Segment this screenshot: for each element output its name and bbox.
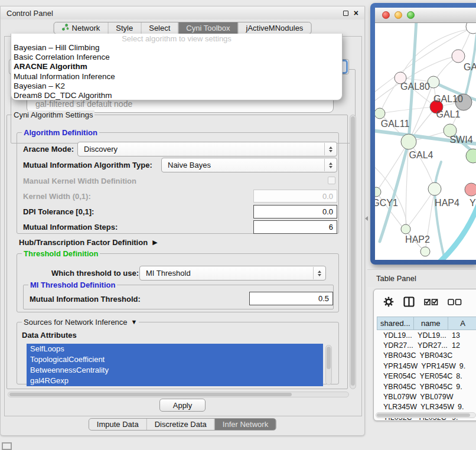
table-row[interactable]: YDR27...YDR27...12 [377,340,476,350]
dropdown-item-basic-correlation-inference[interactable]: Basic Correlation Inference [11,53,342,62]
network-node[interactable] [401,224,410,234]
dropdown-item-aracne-algorithm[interactable]: ARACNE Algorithm [11,62,342,71]
node-label-hap4: HAP4 [435,198,459,208]
tab-network[interactable]: Network [54,22,108,34]
network-node[interactable] [428,182,441,195]
tab-cyni-toolbox[interactable]: Cyni Toolbox [178,22,237,34]
network-node[interactable] [465,183,476,196]
scrollbar-thumb[interactable] [327,347,331,369]
clear-checkboxes-icon[interactable] [448,298,462,306]
table-cell[interactable]: 9. [456,362,476,370]
tab-infer-network[interactable]: Infer Network [214,419,276,430]
which-threshold-combo[interactable]: MI Threshold [139,266,326,281]
table-cell[interactable]: 8. [452,372,476,380]
table-cell[interactable]: YBR045C [377,383,416,391]
attribute-item-betweennesscentrality[interactable]: BetweennessCentrality [27,365,323,376]
network-node[interactable] [466,149,476,163]
float-window-icon[interactable] [343,11,348,16]
mi-type-combo[interactable]: Naive Bayes [161,158,337,172]
dropdown-item-bayesian-k2[interactable]: Bayesian – K2 [11,81,342,91]
dropdown-item-bayesian-hill-climbing[interactable]: Bayesian – Hill Climbing [11,43,342,53]
attribute-list-scrollbar[interactable] [325,345,332,385]
zoom-button[interactable] [407,11,415,19]
cyni-mode-tab-bar: Impute DataDiscretize DataInfer Network [89,418,276,431]
attribute-item-gal4rgexp[interactable]: gal4RGexp [27,376,323,386]
table-cell[interactable]: YER054C [377,372,416,380]
table-row[interactable]: YBL079WYBL079W [377,392,476,402]
settings-horizontal-scrollbar[interactable] [8,392,349,397]
column-header-name[interactable]: name [414,317,448,330]
network-graph[interactable]: GALGAL80GAL10GAL1GAL11SWI4GAL4GCY1HAP4YH… [375,23,476,260]
settings-scrollbar[interactable] [350,115,356,389]
apply-button[interactable]: Apply [159,399,206,412]
dropdown-item-dream8-dc-tdc-algorithm[interactable]: Dream8 DC_TDC Algorithm [11,91,342,100]
table-cell[interactable]: 9. [454,403,476,411]
close-button[interactable] [382,11,390,19]
table-row[interactable]: YDL19...YDL19...13 [377,330,476,340]
minimized-panel-icon[interactable] [2,442,12,450]
table-cell[interactable]: YLR345W [417,403,454,411]
network-node[interactable] [466,23,476,34]
table-row[interactable]: YBR043CYBR043C [377,351,476,361]
table-row[interactable]: YLR345WYLR345W9. [377,402,476,412]
table-cell[interactable]: 12 [448,341,476,350]
table-row[interactable]: YPR145WYPR145W9. [377,361,476,371]
mi-threshold-field[interactable]: 0.5 [249,292,333,305]
network-node[interactable] [401,134,416,149]
table-cell[interactable]: YBR043C [377,351,416,360]
split-columns-icon[interactable] [403,296,415,307]
table-cell[interactable]: 13 [448,331,476,340]
attribute-item-selfloops[interactable]: SelfLoops [27,344,323,354]
tab-impute-data[interactable]: Impute Data [89,419,146,430]
dpi-tolerance-field[interactable]: 0.0 [253,205,337,219]
column-header-a[interactable]: A [448,317,476,330]
table-cell[interactable]: YER054C [416,372,453,380]
table-row[interactable]: YBR045CYBR045C9. [377,381,476,392]
data-attributes-list[interactable]: SelfLoopsTopologicalCoefficientBetweenne… [27,344,323,386]
table-cell[interactable]: YBR045C [416,383,453,391]
table-cell[interactable]: YLR345W [377,403,417,411]
scrollbar-thumb[interactable] [377,413,470,417]
aracne-mode-combo[interactable]: Discovery [77,142,337,156]
table-cell[interactable]: 9. [452,383,476,391]
network-node[interactable] [375,187,381,197]
table-cell[interactable]: YBL079W [416,393,453,401]
expanded-arrow-icon[interactable]: ▼ [131,318,138,327]
network-node[interactable] [420,247,430,256]
table-cell[interactable]: YDR27... [377,341,414,350]
splitter-collapse-icon[interactable] [365,216,368,221]
table-horizontal-scrollbar[interactable] [376,412,476,418]
attribute-item-topologicalcoefficient[interactable]: TopologicalCoefficient [27,354,323,365]
stepper-icon[interactable] [313,267,325,279]
scrollbar-thumb[interactable] [9,393,292,396]
table-cell[interactable]: YBR043C [416,351,453,360]
hub-definition-toggle[interactable]: Hub/Transcription Factor Definition ▶ [19,238,158,247]
mi-steps-field[interactable]: 6 [253,220,337,234]
scrollbar-thumb[interactable] [351,116,355,386]
network-node[interactable] [375,108,385,119]
close-icon[interactable]: × [354,9,358,17]
network-node[interactable] [452,50,465,63]
dropdown-item-mutual-information-inference[interactable]: Mutual Information Inference [11,72,342,81]
stepper-icon[interactable] [324,143,336,155]
column-header-shared[interactable]: shared... [377,317,414,330]
minimize-button[interactable] [395,11,402,19]
table-cell[interactable]: YBL079W [377,393,416,401]
stepper-icon[interactable] [324,159,336,171]
tab-discretize-data[interactable]: Discretize Data [146,419,214,430]
tab-jactivemnodules[interactable]: jActiveMNodules [238,22,311,34]
control-panel-titlebar[interactable]: Control Panel × [1,6,364,19]
table-cell[interactable]: YPR145W [377,362,418,370]
tab-select[interactable]: Select [141,22,178,34]
table-cell[interactable]: YPR145W [418,362,455,370]
table-cell[interactable]: YDR27... [414,341,448,350]
table-cell[interactable]: YDL19... [377,331,414,340]
table-row[interactable]: YER054CYER054C8. [377,371,476,381]
tab-style[interactable]: Style [107,22,141,34]
select-all-checkboxes-icon[interactable] [424,298,438,306]
network-canvas[interactable]: GALGAL80GAL10GAL1GAL11SWI4GAL4GCY1HAP4YH… [375,23,476,260]
network-window-titlebar[interactable] [375,8,476,23]
table-cell[interactable]: YDL19... [414,331,448,340]
network-edge [380,107,436,113]
gear-icon[interactable] [383,296,394,307]
